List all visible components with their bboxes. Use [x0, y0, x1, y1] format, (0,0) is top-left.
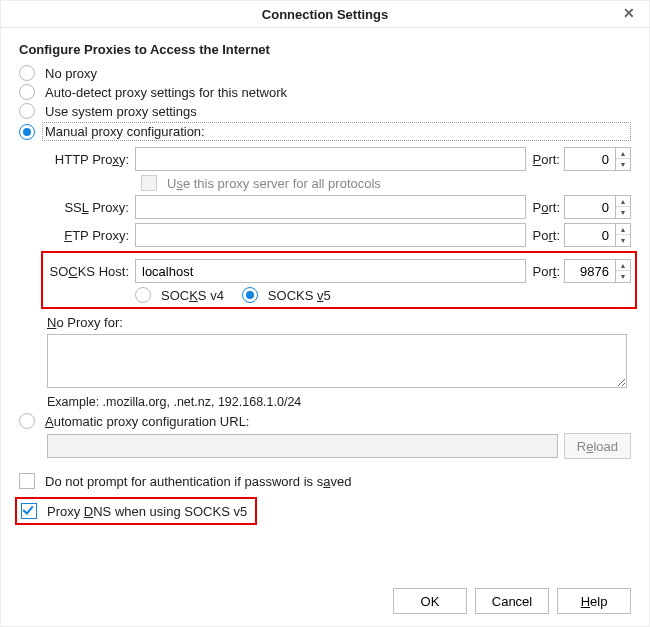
ftp-port-spinner[interactable]: ▲ ▼	[616, 223, 631, 247]
spinner-up-icon[interactable]: ▲	[616, 260, 630, 271]
socks-v5-option[interactable]: SOCKS v5	[242, 287, 331, 303]
ftp-proxy-label: FTP Proxy:	[47, 228, 135, 243]
dialog-title: Connection Settings	[262, 7, 388, 22]
radio-icon	[242, 287, 258, 303]
mode-label: Auto-detect proxy settings for this netw…	[45, 85, 631, 100]
auto-config-url-input[interactable]	[47, 434, 558, 458]
reload-button[interactable]: Reload	[564, 433, 631, 459]
socks-v4-option[interactable]: SOCKS v4	[135, 287, 224, 303]
mode-label: Use system proxy settings	[45, 104, 631, 119]
http-port-input[interactable]	[564, 147, 616, 171]
no-proxy-example: Example: .mozilla.org, .net.nz, 192.168.…	[47, 395, 631, 409]
mode-system-proxy[interactable]: Use system proxy settings	[19, 103, 631, 119]
checkbox-icon	[141, 175, 157, 191]
ftp-proxy-input[interactable]	[135, 223, 526, 247]
radio-icon	[135, 287, 151, 303]
spinner-down-icon[interactable]: ▼	[616, 271, 630, 282]
no-proxy-for-label: No Proxy for:	[47, 315, 631, 330]
spinner-down-icon[interactable]: ▼	[616, 207, 630, 218]
socks-v4-label: SOCKS v4	[161, 288, 224, 303]
radio-icon	[19, 103, 35, 119]
spinner-down-icon[interactable]: ▼	[616, 235, 630, 246]
mode-label: Automatic proxy configuration URL:	[45, 414, 631, 429]
ssl-proxy-input[interactable]	[135, 195, 526, 219]
socks-host-label: SOCKS Host:	[47, 264, 135, 279]
ssl-proxy-row: SSL Proxy: Port: ▲ ▼	[47, 195, 631, 219]
ssl-proxy-label: SSL Proxy:	[47, 200, 135, 215]
ftp-port-label: Port:	[526, 228, 564, 243]
proxy-dns-highlight-box: Proxy DNS when using SOCKS v5	[15, 497, 257, 525]
dialog-footer: OK Cancel Help	[1, 578, 649, 626]
ssl-port-label: Port:	[526, 200, 564, 215]
socks-v5-label: SOCKS v5	[268, 288, 331, 303]
http-port-spinner[interactable]: ▲ ▼	[616, 147, 631, 171]
socks-port-input[interactable]	[564, 259, 616, 283]
radio-icon	[19, 84, 35, 100]
titlebar: Connection Settings ✕	[1, 1, 649, 28]
ok-button[interactable]: OK	[393, 588, 467, 614]
checkbox-icon	[21, 503, 37, 519]
mode-no-proxy[interactable]: No proxy	[19, 65, 631, 81]
spinner-down-icon[interactable]: ▼	[616, 159, 630, 170]
ssl-port-spinner[interactable]: ▲ ▼	[616, 195, 631, 219]
socks-highlight-box: SOCKS Host: Port: ▲ ▼ SOCKS v4	[41, 251, 637, 309]
radio-icon	[19, 65, 35, 81]
http-port-label: Port:	[526, 152, 564, 167]
mode-auto-config-url[interactable]: Automatic proxy configuration URL:	[19, 413, 631, 429]
socks-port-label: Port:	[526, 264, 564, 279]
mode-auto-detect[interactable]: Auto-detect proxy settings for this netw…	[19, 84, 631, 100]
ssl-port-input[interactable]	[564, 195, 616, 219]
no-prompt-auth-checkbox[interactable]: Do not prompt for authentication if pass…	[19, 473, 631, 489]
http-proxy-input[interactable]	[135, 147, 526, 171]
ftp-port-input[interactable]	[564, 223, 616, 247]
checkbox-icon	[19, 473, 35, 489]
socks-host-row: SOCKS Host: Port: ▲ ▼	[47, 259, 631, 283]
ftp-proxy-row: FTP Proxy: Port: ▲ ▼	[47, 223, 631, 247]
no-proxy-for-input[interactable]	[47, 334, 627, 388]
cancel-button[interactable]: Cancel	[475, 588, 549, 614]
http-proxy-label: HTTP Proxy:	[47, 152, 135, 167]
connection-settings-dialog: Connection Settings ✕ Configure Proxies …	[0, 0, 650, 627]
spinner-up-icon[interactable]: ▲	[616, 224, 630, 235]
http-proxy-row: HTTP Proxy: Port: ▲ ▼	[47, 147, 631, 171]
close-icon[interactable]: ✕	[619, 5, 639, 21]
mode-label: No proxy	[45, 66, 631, 81]
help-button[interactable]: Help	[557, 588, 631, 614]
use-for-all-protocols[interactable]: Use this proxy server for all protocols	[141, 175, 631, 191]
proxy-dns-socks5-checkbox[interactable]: Proxy DNS when using SOCKS v5	[21, 503, 247, 519]
no-prompt-auth-label: Do not prompt for authentication if pass…	[45, 474, 351, 489]
use-for-all-label: Use this proxy server for all protocols	[167, 176, 381, 191]
socks-host-input[interactable]	[135, 259, 526, 283]
mode-label: Manual proxy configuration:	[42, 122, 631, 141]
radio-icon	[19, 413, 35, 429]
spinner-up-icon[interactable]: ▲	[616, 196, 630, 207]
radio-icon	[19, 124, 35, 140]
proxy-dns-socks5-label: Proxy DNS when using SOCKS v5	[47, 504, 247, 519]
spinner-up-icon[interactable]: ▲	[616, 148, 630, 159]
page-heading: Configure Proxies to Access the Internet	[19, 42, 631, 57]
mode-manual-proxy[interactable]: Manual proxy configuration:	[19, 122, 631, 141]
socks-port-spinner[interactable]: ▲ ▼	[616, 259, 631, 283]
